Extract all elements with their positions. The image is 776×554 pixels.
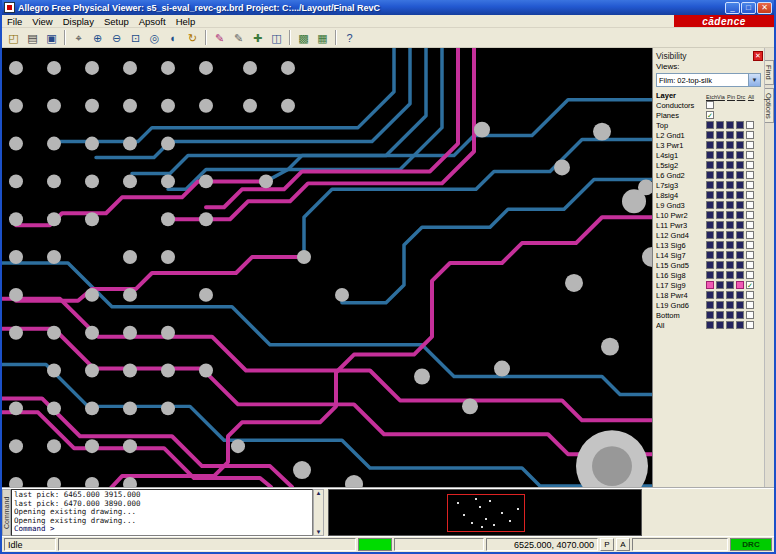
layer-checkbox[interactable]	[726, 301, 734, 309]
layer-checkbox[interactable]	[706, 151, 714, 159]
layer-checkbox[interactable]	[716, 301, 724, 309]
menu-item-apsoft[interactable]: Apsoft	[134, 16, 171, 27]
application-mode-button[interactable]: A	[616, 538, 630, 551]
minimize-button[interactable]: _	[725, 2, 740, 14]
layer-checkbox[interactable]	[716, 211, 724, 219]
layer-checkbox[interactable]	[706, 271, 714, 279]
layer-checkbox[interactable]	[736, 171, 744, 179]
layer-checkbox[interactable]	[746, 141, 754, 149]
layer-checkbox[interactable]	[706, 171, 714, 179]
close-button[interactable]: ✕	[757, 2, 772, 14]
worldview-extents-rect[interactable]	[447, 494, 525, 532]
layer-checkbox[interactable]	[706, 311, 714, 319]
layer-checkbox[interactable]	[706, 281, 714, 289]
layer-checkbox[interactable]	[736, 321, 744, 329]
layer-checkbox[interactable]	[726, 201, 734, 209]
layer-checkbox[interactable]	[716, 281, 724, 289]
layer-checkbox[interactable]	[716, 221, 724, 229]
script-window-icon[interactable]: ▤	[23, 29, 42, 46]
layer-checkbox[interactable]	[726, 131, 734, 139]
layer-checkbox[interactable]	[716, 141, 724, 149]
layer-checkbox[interactable]	[746, 221, 754, 229]
command-console[interactable]: last pick: 6465.000 3915.000last pick: 6…	[11, 489, 313, 536]
layer-checkbox[interactable]	[726, 251, 734, 259]
measure-icon[interactable]: ✚	[248, 29, 267, 46]
layer-checkbox[interactable]	[736, 161, 744, 169]
layer-checkbox[interactable]	[736, 301, 744, 309]
menu-item-help[interactable]: Help	[171, 16, 201, 27]
console-scrollbar[interactable]: ▲ ▼	[313, 489, 324, 536]
layer-checkbox[interactable]	[726, 211, 734, 219]
zoom-in-icon[interactable]: ⊕	[88, 29, 107, 46]
layer-checkbox[interactable]	[736, 121, 744, 129]
layer-checkbox[interactable]	[726, 181, 734, 189]
chevron-down-icon[interactable]: ▼	[748, 74, 760, 86]
menu-item-view[interactable]: View	[27, 16, 57, 27]
menu-item-file[interactable]: File	[2, 16, 27, 27]
save-icon[interactable]: ▣	[42, 29, 61, 46]
layer-checkbox[interactable]	[746, 191, 754, 199]
views-dropdown[interactable]: Film: 02-top-silk ▼	[656, 73, 761, 87]
layer-checkbox[interactable]	[726, 161, 734, 169]
layer-checkbox[interactable]	[716, 201, 724, 209]
zoom-points-icon[interactable]: ⌖	[69, 29, 88, 46]
layer-checkbox[interactable]	[746, 131, 754, 139]
layer-checkbox[interactable]	[726, 221, 734, 229]
layer-checkbox[interactable]	[726, 231, 734, 239]
layer-checkbox[interactable]	[706, 101, 714, 109]
layer-checkbox[interactable]	[706, 131, 714, 139]
layer-checkbox[interactable]	[716, 191, 724, 199]
layer-checkbox[interactable]	[716, 131, 724, 139]
layer-checkbox[interactable]	[716, 151, 724, 159]
layer-checkbox[interactable]	[716, 271, 724, 279]
highlight-icon[interactable]: ✎	[210, 29, 229, 46]
layer-checkbox[interactable]	[706, 141, 714, 149]
menu-item-display[interactable]: Display	[58, 16, 99, 27]
layer-checkbox[interactable]	[726, 151, 734, 159]
side-tab-find[interactable]: Find	[765, 60, 774, 85]
layer-checkbox[interactable]	[736, 211, 744, 219]
zoom-world-icon[interactable]: ◎	[145, 29, 164, 46]
layer-checkbox[interactable]: ✓	[746, 281, 754, 289]
layer-checkbox[interactable]	[726, 281, 734, 289]
layer-checkbox[interactable]	[706, 211, 714, 219]
layer-checkbox[interactable]	[746, 261, 754, 269]
shadow-toggle-icon[interactable]: ▦	[313, 29, 332, 46]
layer-checkbox[interactable]	[706, 221, 714, 229]
open-icon[interactable]: ◰	[4, 29, 23, 46]
zoom-out-icon[interactable]: ⊖	[107, 29, 126, 46]
layer-checkbox[interactable]	[746, 231, 754, 239]
layer-checkbox[interactable]	[726, 141, 734, 149]
layer-checkbox[interactable]	[746, 241, 754, 249]
layer-checkbox[interactable]	[716, 311, 724, 319]
layer-checkbox[interactable]	[736, 191, 744, 199]
pick-mode-button[interactable]: P	[600, 538, 614, 551]
flip-design-icon[interactable]: ◫	[267, 29, 286, 46]
side-tab-options[interactable]: Options	[765, 88, 774, 124]
layer-checkbox[interactable]	[736, 231, 744, 239]
layer-checkbox[interactable]	[716, 321, 724, 329]
layer-checkbox[interactable]	[726, 271, 734, 279]
layer-checkbox[interactable]	[736, 131, 744, 139]
layer-checkbox[interactable]	[736, 251, 744, 259]
layer-checkbox[interactable]	[736, 311, 744, 319]
layer-checkbox[interactable]	[716, 241, 724, 249]
layer-checkbox[interactable]	[746, 171, 754, 179]
layer-checkbox[interactable]	[706, 321, 714, 329]
console-prompt[interactable]: Command >	[14, 525, 310, 534]
layer-checkbox[interactable]	[736, 291, 744, 299]
layer-checkbox[interactable]	[706, 291, 714, 299]
scroll-down-icon[interactable]: ▼	[316, 529, 322, 535]
layer-checkbox[interactable]	[746, 251, 754, 259]
layer-checkbox[interactable]: ✓	[706, 111, 714, 119]
layer-checkbox[interactable]	[726, 241, 734, 249]
layer-checkbox[interactable]	[726, 291, 734, 299]
layer-checkbox[interactable]	[716, 181, 724, 189]
layer-checkbox[interactable]	[736, 271, 744, 279]
color-dialog-icon[interactable]: ▩	[294, 29, 313, 46]
layer-checkbox[interactable]	[706, 161, 714, 169]
layer-checkbox[interactable]	[726, 171, 734, 179]
layer-checkbox[interactable]	[746, 301, 754, 309]
layer-checkbox[interactable]	[726, 191, 734, 199]
redraw-icon[interactable]: ↻	[183, 29, 202, 46]
